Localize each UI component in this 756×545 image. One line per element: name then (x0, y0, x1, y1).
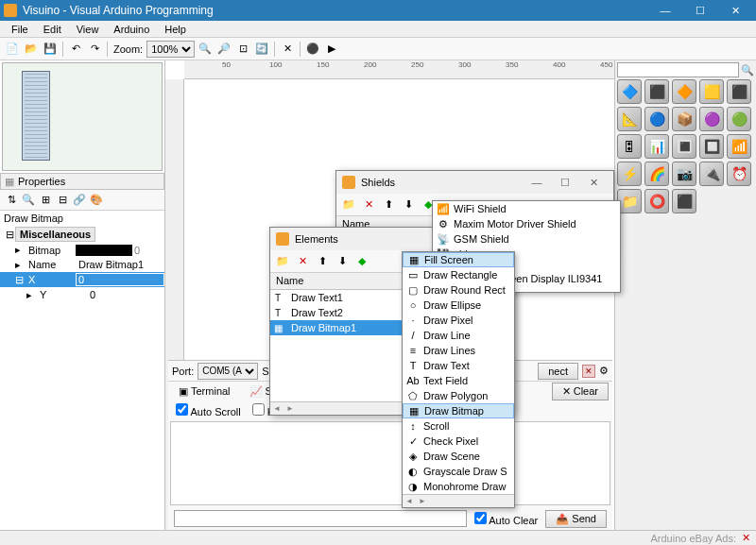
connect-button[interactable]: nect (538, 363, 578, 380)
menu-view[interactable]: View (69, 22, 107, 37)
palette-item[interactable]: ⬛ (672, 189, 696, 213)
palette-item[interactable]: 📊 (644, 134, 669, 159)
redo-icon[interactable]: ↷ (86, 41, 103, 58)
new-icon[interactable]: 📄 (4, 41, 21, 58)
palette-item[interactable]: 🔵 (644, 107, 669, 131)
add-item-icon[interactable]: ◆ (353, 253, 370, 270)
menu-item[interactable]: ≡Draw Lines (403, 343, 514, 358)
dialog-close-icon[interactable]: ✕ (579, 173, 608, 192)
auto-scroll-checkbox[interactable]: Auto Scroll (176, 403, 241, 417)
menu-item[interactable]: 📶WiFi Shield (433, 201, 620, 216)
undo-icon[interactable]: ↶ (67, 41, 84, 58)
props-filter-icon[interactable]: 🔍 (21, 193, 36, 208)
zoom-select[interactable]: 100% (146, 41, 195, 58)
down-icon[interactable]: ⬇ (334, 253, 351, 270)
palette-item[interactable]: 🌈 (644, 162, 669, 186)
palette-item[interactable]: 📷 (672, 162, 696, 186)
palette-item[interactable]: ⏰ (727, 162, 751, 186)
menu-item[interactable]: 📡GSM Shield (433, 231, 620, 247)
menu-item[interactable]: ▭Draw Rectangle (403, 267, 514, 282)
clear-button[interactable]: ✕ Clear (552, 383, 609, 400)
menu-item[interactable]: ◑Monohrome Draw (403, 479, 514, 494)
props-link-icon[interactable]: 🔗 (72, 193, 87, 208)
menu-file[interactable]: File (4, 22, 36, 37)
palette-item[interactable]: 🟨 (699, 79, 724, 104)
palette-search-input[interactable] (617, 62, 739, 77)
expand-icon[interactable]: ⊟ (4, 229, 15, 241)
remove-icon[interactable]: ✕ (360, 196, 377, 213)
palette-item[interactable]: 📐 (617, 107, 642, 131)
prop-row-bitmap[interactable]: ▸ Bitmap 0 (0, 243, 164, 257)
props-group-misc[interactable]: ⊟ Miscellaneous (0, 226, 164, 243)
maximize-button[interactable]: ☐ (683, 0, 717, 21)
palette-item[interactable]: ⬛ (644, 79, 669, 104)
search-icon[interactable]: 🔍 (741, 64, 754, 77)
prop-row-x[interactable]: ⊟ X 0 (0, 272, 164, 287)
menu-item[interactable]: ▦Draw Bitmap (403, 403, 514, 418)
palette-item[interactable]: 🔶 (672, 79, 696, 104)
menu-item[interactable]: ↕Scroll (403, 418, 514, 434)
remove-icon[interactable]: ✕ (294, 253, 311, 270)
save-icon[interactable]: 💾 (42, 41, 59, 58)
palette-item[interactable]: 🔳 (672, 134, 696, 159)
gear-icon[interactable]: ⚙ (599, 365, 609, 377)
bitmap-preview[interactable] (76, 245, 132, 256)
palette-item[interactable]: ⭕ (644, 189, 669, 213)
menu-help[interactable]: Help (157, 22, 194, 37)
props-sort-icon[interactable]: ⇅ (4, 193, 19, 208)
palette-item[interactable]: 🔲 (699, 134, 724, 159)
statusbar-close-icon[interactable]: ✕ (742, 532, 750, 544)
palette-item[interactable]: 🟣 (699, 107, 724, 131)
menu-arduino[interactable]: Arduino (106, 22, 157, 37)
dialog-minimize-icon[interactable]: — (523, 173, 551, 192)
palette-item[interactable]: 🎛 (617, 134, 642, 159)
props-collapse-icon[interactable]: ⊟ (55, 193, 70, 208)
zoom-out-icon[interactable]: 🔎 (215, 41, 232, 58)
menu-item[interactable]: ⬠Draw Polygon (403, 388, 514, 403)
add-icon[interactable]: 📁 (274, 253, 291, 270)
palette-item[interactable]: 🔌 (699, 162, 724, 186)
diagram-preview[interactable] (2, 62, 163, 171)
dialog-maximize-icon[interactable]: ☐ (551, 173, 579, 192)
palette-item[interactable]: 📶 (727, 134, 751, 159)
menu-item[interactable]: ◈Draw Scene (403, 449, 514, 464)
props-color-icon[interactable]: 🎨 (89, 193, 104, 208)
menu-item[interactable]: ⚙Maxim Motor Driver Shield (433, 216, 620, 231)
prop-row-y[interactable]: ▸ Y 0 (0, 287, 164, 302)
terminal-input[interactable] (174, 510, 467, 527)
menu-item[interactable]: ·Draw Pixel (403, 313, 514, 328)
palette-item[interactable]: 🔷 (617, 79, 642, 104)
prop-row-name[interactable]: ▸ Name Draw Bitmap1 (0, 257, 164, 272)
menu-item[interactable]: /Draw Line (403, 328, 514, 343)
up-icon[interactable]: ⬆ (380, 196, 397, 213)
send-button[interactable]: 📤 Send (545, 510, 607, 528)
zoom-fit-icon[interactable]: ⊡ (234, 41, 251, 58)
disconnect-icon[interactable]: ✕ (582, 365, 595, 378)
scrollbar-horizontal[interactable] (403, 494, 514, 507)
menu-item[interactable]: ◐Grayscale Draw S (403, 464, 514, 479)
port-select[interactable]: COM5 (A (198, 363, 258, 380)
menu-edit[interactable]: Edit (36, 22, 69, 37)
props-expand-icon[interactable]: ⊞ (38, 193, 53, 208)
menu-item[interactable]: ▢Draw Round Rect (403, 282, 514, 298)
menu-item[interactable]: ▦Fill Screen (403, 252, 514, 267)
menu-item[interactable]: ✓Check Pixel (403, 434, 514, 449)
close-button[interactable]: ✕ (718, 0, 752, 21)
menu-item[interactable]: ○Draw Ellipse (403, 298, 514, 313)
palette-item[interactable]: 🟢 (727, 107, 751, 131)
minimize-button[interactable]: — (648, 0, 682, 21)
zoom-in-icon[interactable]: 🔍 (197, 41, 214, 58)
menu-item[interactable]: TDraw Text (403, 358, 514, 373)
up-icon[interactable]: ⬆ (314, 253, 331, 270)
open-icon[interactable]: 📂 (23, 41, 40, 58)
palette-item[interactable]: ⬛ (727, 79, 751, 104)
delete-icon[interactable]: ✕ (279, 41, 296, 58)
col-name[interactable]: Name (270, 273, 404, 289)
refresh-icon[interactable]: 🔄 (253, 41, 270, 58)
palette-item[interactable]: 📦 (672, 107, 696, 131)
auto-clear-checkbox[interactable]: Auto Clear (474, 512, 538, 526)
terminal-output[interactable] (170, 421, 610, 505)
menu-item[interactable]: AbText Field (403, 373, 514, 388)
terminal-tab[interactable]: ▣ Terminal (172, 383, 237, 400)
down-icon[interactable]: ⬇ (400, 196, 417, 213)
